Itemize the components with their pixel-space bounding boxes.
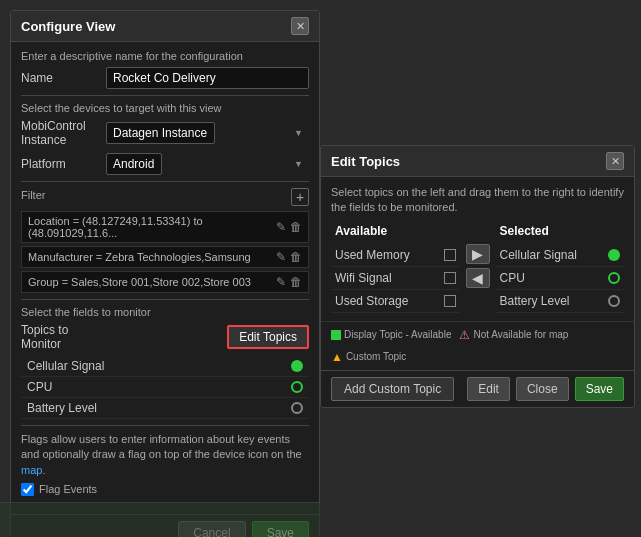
available-header: Available xyxy=(331,224,460,238)
map-background xyxy=(0,502,320,537)
name-row: Name xyxy=(21,67,309,89)
selected-indicator-1 xyxy=(608,272,620,284)
selected-column: Selected Cellular Signal CPU Battery Lev… xyxy=(496,224,625,313)
filter-label: Filter xyxy=(21,189,45,201)
platform-select[interactable]: Android xyxy=(106,153,162,175)
add-filter-button[interactable]: + xyxy=(291,188,309,206)
name-input[interactable] xyxy=(106,67,309,89)
filter-text-2: Group = Sales,Store 001,Store 002,Store … xyxy=(28,276,276,288)
configure-view-body: Enter a descriptive name for the configu… xyxy=(11,42,319,514)
filter-section: Filter + Location = (48.127249,11.53341)… xyxy=(21,188,309,293)
edit-topics-title: Edit Topics xyxy=(331,154,400,169)
flags-section: Flags allow users to enter information a… xyxy=(21,432,309,498)
edit-button[interactable]: Edit xyxy=(467,377,510,401)
available-indicator-0 xyxy=(444,249,456,261)
topics-section: Topics to Monitor Edit Topics Cellular S… xyxy=(21,323,309,419)
legend-available: Display Topic - Available xyxy=(331,329,451,340)
filter-header: Filter + xyxy=(21,188,309,206)
configure-view-close-button[interactable]: ✕ xyxy=(291,17,309,35)
selected-header: Selected xyxy=(496,224,625,238)
selected-indicator-2 xyxy=(608,295,620,307)
arrow-left-button[interactable]: ◀ xyxy=(466,268,490,288)
flag-events-checkbox[interactable] xyxy=(21,483,34,496)
flag-check-row: Flag Events xyxy=(21,482,309,497)
instance-select[interactable]: Datagen Instance xyxy=(106,122,215,144)
edit-topics-button[interactable]: Edit Topics xyxy=(227,325,309,349)
legend-not-available-text: Not Available for map xyxy=(473,329,568,340)
filter-row-2: Group = Sales,Store 001,Store 002,Store … xyxy=(21,271,309,293)
selected-item-1: CPU xyxy=(496,267,625,290)
available-item-0: Used Memory xyxy=(331,244,460,267)
flags-text: Flags allow users to enter information a… xyxy=(21,433,302,460)
topic-indicator-0 xyxy=(291,360,303,372)
filter-icons-2: ✎ 🗑 xyxy=(276,275,302,289)
selected-name-1: CPU xyxy=(500,271,525,285)
topic-row-0: Cellular Signal xyxy=(21,356,309,377)
available-item-2: Used Storage xyxy=(331,290,460,313)
configure-view-panel: Configure View ✕ Enter a descriptive nam… xyxy=(10,10,320,537)
legend-available-text: Display Topic - Available xyxy=(344,329,451,340)
platform-label: Platform xyxy=(21,157,106,171)
filter-icons-0: ✎ 🗑 xyxy=(276,220,302,234)
available-item-1: Wifi Signal xyxy=(331,267,460,290)
available-indicator-1 xyxy=(444,272,456,284)
filter-edit-icon-2[interactable]: ✎ xyxy=(276,275,286,289)
available-name-0: Used Memory xyxy=(335,248,410,262)
topic-name-1: CPU xyxy=(27,380,52,394)
selected-name-2: Battery Level xyxy=(500,294,570,308)
instance-row: MobiControl Instance Datagen Instance xyxy=(21,119,309,147)
topic-indicator-2 xyxy=(291,402,303,414)
flag-events-label: Flag Events xyxy=(39,482,97,497)
edit-topics-description: Select topics on the left and drag them … xyxy=(331,185,624,216)
filter-delete-icon-1[interactable]: 🗑 xyxy=(290,250,302,264)
configure-view-header: Configure View ✕ xyxy=(11,11,319,42)
arrow-right-button[interactable]: ▶ xyxy=(466,244,490,264)
flags-link: map. xyxy=(21,464,45,476)
legend-custom: ▲ Custom Topic xyxy=(331,350,406,364)
save-topics-button[interactable]: Save xyxy=(575,377,624,401)
topic-name-2: Battery Level xyxy=(27,401,97,415)
edit-topics-close-button[interactable]: ✕ xyxy=(606,152,624,170)
available-indicator-2 xyxy=(444,295,456,307)
edit-topics-header: Edit Topics ✕ xyxy=(321,146,634,177)
platform-row: Platform Android xyxy=(21,153,309,175)
topic-name-0: Cellular Signal xyxy=(27,359,104,373)
configure-view-title: Configure View xyxy=(21,19,115,34)
filter-text-0: Location = (48.127249,11.53341) to (48.0… xyxy=(28,215,276,239)
available-column: Available Used Memory Wifi Signal Used S… xyxy=(331,224,460,313)
filter-edit-icon-1[interactable]: ✎ xyxy=(276,250,286,264)
topic-row-2: Battery Level xyxy=(21,398,309,419)
name-label: Name xyxy=(21,71,106,85)
close-button[interactable]: Close xyxy=(516,377,569,401)
topic-indicator-1 xyxy=(291,381,303,393)
edit-topics-footer: Add Custom Topic Edit Close Save xyxy=(321,370,634,407)
selected-indicator-0 xyxy=(608,249,620,261)
filter-icons-1: ✎ 🗑 xyxy=(276,250,302,264)
legend-custom-icon: ▲ xyxy=(331,350,343,364)
legend-row: Display Topic - Available ⚠ Not Availabl… xyxy=(321,321,634,370)
edit-topics-panel: Edit Topics ✕ Select topics on the left … xyxy=(320,145,635,408)
footer-right-buttons: Edit Close Save xyxy=(467,377,624,401)
selected-item-0: Cellular Signal xyxy=(496,244,625,267)
add-custom-topic-button[interactable]: Add Custom Topic xyxy=(331,377,454,401)
instance-select-wrapper: Datagen Instance xyxy=(106,122,309,144)
filter-delete-icon-0[interactable]: 🗑 xyxy=(290,220,302,234)
available-name-1: Wifi Signal xyxy=(335,271,392,285)
arrow-column: ▶ ◀ xyxy=(460,244,496,288)
topic-row-1: CPU xyxy=(21,377,309,398)
legend-warn-icon: ⚠ xyxy=(459,328,470,342)
monitor-label: Select the fields to monitor xyxy=(21,306,309,318)
selected-item-2: Battery Level xyxy=(496,290,625,313)
topics-label: Topics to Monitor xyxy=(21,323,106,351)
topics-columns: Available Used Memory Wifi Signal Used S… xyxy=(331,224,624,313)
filter-delete-icon-2[interactable]: 🗑 xyxy=(290,275,302,289)
filter-row-1: Manufacturer = Zebra Technologies,Samsun… xyxy=(21,246,309,268)
config-description: Enter a descriptive name for the configu… xyxy=(21,50,309,62)
edit-topics-body: Select topics on the left and drag them … xyxy=(321,177,634,321)
filter-edit-icon-0[interactable]: ✎ xyxy=(276,220,286,234)
legend-not-available: ⚠ Not Available for map xyxy=(459,328,568,342)
legend-custom-text: Custom Topic xyxy=(346,351,406,362)
devices-label: Select the devices to target with this v… xyxy=(21,102,309,114)
filter-row-0: Location = (48.127249,11.53341) to (48.0… xyxy=(21,211,309,243)
platform-select-wrapper: Android xyxy=(106,153,309,175)
